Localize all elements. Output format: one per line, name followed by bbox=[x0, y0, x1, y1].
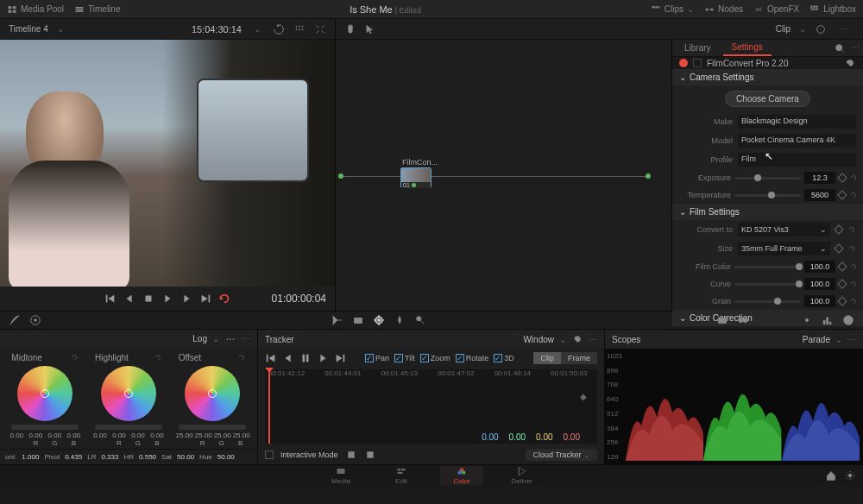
info-icon[interactable] bbox=[842, 314, 854, 326]
offset-wheel[interactable] bbox=[185, 366, 240, 421]
add-point-icon[interactable] bbox=[345, 449, 357, 461]
tracker-playhead[interactable] bbox=[268, 369, 270, 444]
temperature-reset-icon[interactable] bbox=[849, 191, 858, 199]
settings-icon[interactable] bbox=[844, 469, 856, 482]
convert-keyframe[interactable] bbox=[834, 224, 843, 234]
contrast-value[interactable]: 1.000 bbox=[22, 453, 39, 461]
key-icon[interactable] bbox=[414, 314, 426, 326]
track-fwd-all-icon[interactable] bbox=[334, 352, 346, 364]
lightbox-toggle[interactable]: Lightbox bbox=[809, 4, 856, 15]
remove-point-icon[interactable] bbox=[364, 449, 376, 461]
track-pause-icon[interactable] bbox=[299, 352, 312, 364]
tracker-options-icon[interactable]: ⋯ bbox=[589, 335, 597, 344]
pivot-value[interactable]: 0.435 bbox=[65, 453, 82, 461]
curve-reset-icon[interactable] bbox=[849, 280, 858, 288]
filmcolor-reset-icon[interactable] bbox=[849, 262, 858, 271]
timeline-name[interactable]: Timeline 4 bbox=[9, 24, 48, 34]
media-page[interactable]: Media bbox=[319, 466, 362, 485]
wheels-dots-icon[interactable] bbox=[224, 333, 236, 345]
record-timecode[interactable]: 15:04:30:14 bbox=[192, 24, 242, 35]
curve-value[interactable]: 100.0 bbox=[804, 278, 835, 290]
stop-icon[interactable] bbox=[142, 293, 154, 305]
grain-reset-icon[interactable] bbox=[849, 297, 858, 306]
first-frame-icon[interactable] bbox=[104, 293, 117, 305]
scopes-mode[interactable]: Parade bbox=[803, 335, 830, 344]
tracker-reset-icon[interactable] bbox=[571, 333, 583, 345]
wheels-options-icon[interactable]: ⋯ bbox=[242, 334, 250, 343]
nodes-toggle[interactable]: Nodes bbox=[704, 4, 743, 15]
hue-value[interactable]: 50.00 bbox=[217, 453, 235, 461]
grain-keyframe[interactable] bbox=[837, 296, 847, 306]
plugin-reset-icon[interactable] bbox=[844, 57, 856, 69]
plugin-enabled-indicator[interactable] bbox=[679, 59, 688, 67]
track-fwd-icon[interactable] bbox=[317, 352, 329, 364]
curve-slider[interactable] bbox=[734, 283, 801, 286]
cloud-tracker-select[interactable]: Cloud Tracker ⌄ bbox=[526, 449, 597, 461]
clip-dropdown[interactable]: ⌄ bbox=[799, 24, 806, 34]
node-options-icon[interactable]: ⋯ bbox=[841, 24, 849, 34]
home-icon[interactable] bbox=[825, 469, 837, 482]
track-rev-icon[interactable] bbox=[282, 352, 294, 364]
size-select[interactable]: 35mm Full Frame⌄ bbox=[738, 242, 830, 255]
stereo-icon[interactable] bbox=[737, 314, 749, 326]
sat-value[interactable]: 50.00 bbox=[177, 453, 194, 461]
scopes-icon[interactable] bbox=[822, 314, 834, 326]
timeline-toggle[interactable]: Timeline bbox=[74, 4, 120, 15]
viewer-image[interactable] bbox=[0, 40, 335, 287]
exposure-slider[interactable] bbox=[734, 177, 801, 180]
temperature-slider[interactable] bbox=[734, 194, 801, 197]
highlight-wheel[interactable] bbox=[101, 366, 156, 421]
midtone-wheel[interactable] bbox=[17, 366, 72, 421]
convert-to-select[interactable]: KD 5207 Vis3⌄ bbox=[738, 223, 830, 236]
parade-scope[interactable]: 1023 896 768 640 512 384 256 128 bbox=[605, 349, 863, 464]
edit-page[interactable]: Edit bbox=[380, 466, 423, 485]
zoom-checkbox[interactable]: ✓Zoom bbox=[420, 354, 450, 362]
blur-icon[interactable] bbox=[394, 314, 406, 326]
3d-checkbox[interactable]: ✓3D bbox=[494, 354, 514, 362]
film-section-header[interactable]: ⌄Film Settings bbox=[672, 204, 863, 220]
track-rev-all-icon[interactable] bbox=[265, 352, 277, 364]
expand-icon[interactable] bbox=[314, 23, 326, 35]
hr-value[interactable]: 0.550 bbox=[139, 453, 156, 461]
tracker-icon[interactable] bbox=[373, 314, 385, 326]
color-page[interactable]: Color bbox=[440, 466, 483, 485]
hand-tool-icon[interactable] bbox=[344, 23, 356, 35]
keyframes-icon[interactable] bbox=[801, 314, 813, 326]
node-graph[interactable]: FilmCon... 01 ↖ bbox=[335, 40, 671, 311]
lr-value[interactable]: 0.333 bbox=[101, 453, 118, 461]
grid-icon[interactable] bbox=[293, 23, 306, 35]
exposure-keyframe[interactable] bbox=[837, 173, 847, 182]
tracker-kf-icon[interactable]: ◆ bbox=[580, 392, 587, 401]
tracker-window-label[interactable]: Window bbox=[523, 335, 554, 344]
wheels-mode[interactable]: Log bbox=[192, 334, 207, 343]
convert-reset-icon[interactable] bbox=[847, 225, 856, 234]
settings-tab[interactable]: Settings bbox=[723, 40, 772, 56]
midtone-jog[interactable] bbox=[11, 425, 79, 430]
interactive-checkbox[interactable] bbox=[265, 450, 274, 459]
camera-section-header[interactable]: ⌄Camera Settings bbox=[672, 69, 863, 85]
inspector-options-icon[interactable]: ⋯ bbox=[851, 42, 860, 54]
clip-label[interactable]: Clip bbox=[776, 24, 791, 34]
play-icon[interactable] bbox=[161, 293, 173, 305]
offset-jog[interactable] bbox=[179, 425, 246, 430]
highlight-jog[interactable] bbox=[95, 425, 162, 430]
sizing-icon[interactable] bbox=[716, 314, 728, 326]
plugin-checkbox[interactable] bbox=[693, 59, 702, 67]
curve-keyframe[interactable] bbox=[837, 279, 847, 288]
clip-reset-icon[interactable] bbox=[815, 23, 827, 35]
window-icon[interactable] bbox=[352, 314, 364, 326]
temperature-value[interactable]: 5600 bbox=[804, 189, 835, 201]
tracker-timeline[interactable]: 00:01:42:12 00:01:44:01 00:01:45:13 00:0… bbox=[265, 369, 597, 444]
prev-frame-icon[interactable] bbox=[123, 293, 135, 305]
openfx-toggle[interactable]: OpenFX bbox=[753, 4, 799, 15]
loop-mode-icon[interactable] bbox=[273, 23, 285, 35]
highlight-reset-icon[interactable] bbox=[154, 353, 162, 362]
tilt-checkbox[interactable]: ✓Tilt bbox=[394, 354, 415, 362]
timeline-dropdown[interactable]: ⌄ bbox=[57, 24, 64, 34]
exposure-value[interactable]: 12.3 bbox=[804, 172, 835, 184]
clips-toggle[interactable]: Clips⌄ bbox=[651, 4, 694, 15]
cc-section-header[interactable]: ⌄Color Correction bbox=[672, 310, 863, 326]
exposure-reset-icon[interactable] bbox=[849, 173, 858, 182]
size-keyframe[interactable] bbox=[834, 243, 843, 253]
library-tab[interactable]: Library bbox=[676, 41, 720, 55]
